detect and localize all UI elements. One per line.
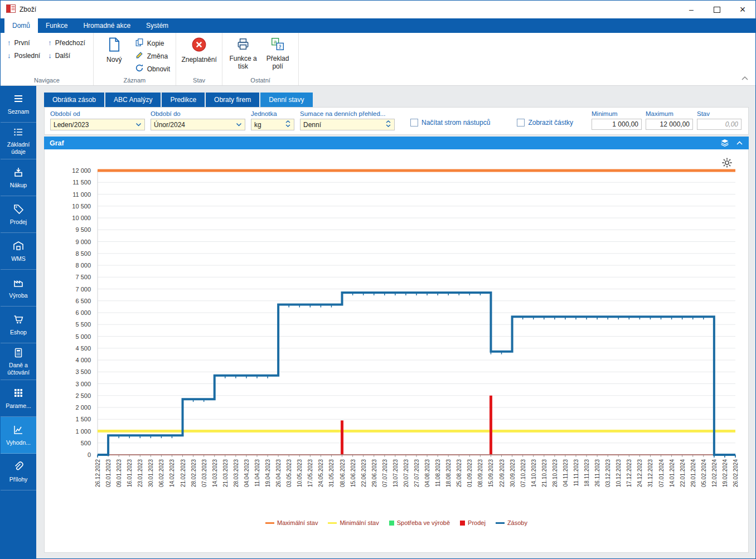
minimize-button[interactable]: – [679,1,704,18]
ribbon-tab-system[interactable]: Systém [138,18,176,33]
svg-text:17.12.2023: 17.12.2023 [626,459,632,487]
sidebar-item-prilohy[interactable]: Přílohy [1,454,36,490]
ribbon-tab-hromadne-akce[interactable]: Hromadné akce [75,18,138,33]
gear-icon[interactable] [721,157,733,171]
legend-item[interactable]: Zásoby [496,519,527,526]
stav-input[interactable] [697,119,742,130]
graf-header: Graf [44,137,749,149]
svg-text:21.03.2023: 21.03.2023 [222,459,229,487]
close-button[interactable]: × [730,1,755,18]
sidebar-item-vyhodnoceni[interactable]: Vyhodn... [1,417,36,454]
svg-text:15.06.2023: 15.06.2023 [350,459,356,487]
tab-denni-stavy[interactable]: Denní stavy [260,93,312,107]
svg-text:07.10.2023: 07.10.2023 [520,459,526,487]
legend-swatch [460,521,465,526]
summation-dropdown[interactable]: Denní [300,119,395,130]
tab-predikce[interactable]: Predikce [162,93,205,107]
legend-swatch [265,522,274,524]
unit-field: Jednotka kg [251,110,294,130]
next-button[interactable]: ↓Další [48,51,85,60]
filter-panel: Období od Leden/2023 Období do Únor/2024… [44,107,749,135]
sidebar-item-nakup[interactable]: Nákup [1,159,36,196]
new-button[interactable]: Nový [97,34,132,64]
load-successors-checkbox[interactable] [410,119,418,127]
app-icon [6,4,16,15]
svg-text:28.10.2023: 28.10.2023 [552,459,558,487]
last-label: Poslední [14,52,41,60]
period-from-dropdown[interactable]: Leden/2023 [50,119,145,130]
sidebar-item-zakladni-udaje[interactable]: Základní údaje [1,123,36,159]
svg-text:15.09.2023: 15.09.2023 [488,459,494,487]
change-button[interactable]: Změna [135,50,170,62]
copy-button[interactable]: Kopie [135,37,170,49]
sidebar-item-dane-a-uctovani[interactable]: Daně a účtování [1,343,36,380]
stav-label: Stav [697,110,742,117]
period-to-dropdown[interactable]: Únor/2024 [151,119,245,130]
close-icon: × [740,4,746,16]
maximize-button[interactable] [704,1,730,18]
legend-item[interactable]: Minimální stav [328,519,379,526]
invalidate-label: Zneplatnění [181,56,216,64]
legend-label: Minimální stav [340,519,379,526]
sidebar-item-seznam[interactable]: Seznam [1,86,36,123]
collapse-ribbon-chevron[interactable] [741,73,749,83]
content-area: Obrátka zásob ABC Analýzy Predikce Obrat… [36,86,755,558]
collapse-graf-chevron-icon[interactable] [736,139,743,147]
load-successors-checkbox-row: Načítat strom nástupců [410,119,490,127]
sidebar-item-vyroba[interactable]: Výroba [1,270,36,307]
svg-text:28.02.2023: 28.02.2023 [191,459,197,487]
functions-print-button[interactable]: Funkce a tisk [226,34,260,70]
invalidate-icon [191,37,207,55]
svg-text:7 000: 7 000 [75,286,91,293]
title-bar: Zboží – × [1,1,755,18]
tab-obratka-zasob[interactable]: Obrátka zásob [44,93,104,107]
new-label: Nový [106,56,122,64]
sidebar-item-parametry[interactable]: Parame... [1,380,36,417]
ribbon-group-stav: Zneplatnění Stav [176,33,222,85]
svg-text:11 000: 11 000 [72,191,91,198]
svg-text:2 000: 2 000 [75,404,91,411]
refresh-button[interactable]: Obnovit [135,63,170,75]
period-to-label: Období do [151,110,245,117]
show-amounts-checkbox-row: Zobrazit částky [517,119,573,127]
svg-text:07.01.2024: 07.01.2024 [658,459,665,487]
svg-text:31.05.2023: 31.05.2023 [328,459,335,487]
legend-item[interactable]: Spotřeba ve výrobě [389,519,450,526]
layers-icon[interactable] [720,138,729,148]
ribbon-group-navigace: ↑První ↓Poslední ↑Předchozí ↓Další Navig… [1,33,94,85]
ribbon: ↑První ↓Poslední ↑Předchozí ↓Další Navig… [1,33,755,86]
svg-text:1 000: 1 000 [75,428,91,435]
sidebar-item-prodej[interactable]: Prodej [1,196,36,233]
previous-button[interactable]: ↑Předchozí [48,38,85,47]
svg-text:29.01.2024: 29.01.2024 [690,459,696,487]
unit-dropdown[interactable]: kg [251,119,294,130]
last-button[interactable]: ↓Poslední [7,51,40,60]
field-translation-button[interactable]: až Překlad polí [260,34,295,70]
ribbon-tab-funkce[interactable]: Funkce [38,18,75,33]
minimum-input[interactable] [592,119,642,130]
factory-icon [13,277,24,289]
sidebar-item-label: Vyhodn... [6,439,31,446]
sidebar-item-eshop[interactable]: Eshop [1,307,36,343]
zaznam-content: Nový Kopie Změna Obnovit [97,34,172,76]
svg-text:7 500: 7 500 [75,274,91,280]
sidebar-item-wms[interactable]: WMS [1,233,36,270]
legend-item[interactable]: Prodej [460,519,486,526]
period-from-label: Období od [50,110,145,117]
invalidate-button[interactable]: Zneplatnění [180,34,219,64]
legend-item[interactable]: Maximální stav [265,519,318,526]
svg-text:07.07.2023: 07.07.2023 [382,459,388,487]
ribbon-tab-domu[interactable]: Domů [4,18,38,33]
first-label: První [14,39,30,47]
first-button[interactable]: ↑První [7,38,40,47]
maximum-input[interactable] [646,119,693,130]
svg-text:22.01.2024: 22.01.2024 [680,459,686,487]
sidebar-item-label: Nákup [10,182,27,188]
tab-abc-analyzy[interactable]: ABC Analýzy [105,93,161,107]
show-amounts-checkbox[interactable] [517,119,525,127]
chart-legend: Maximální stavMinimální stavSpotřeba ve … [265,519,527,526]
new-document-icon [107,37,122,55]
tab-obraty-firem[interactable]: Obraty firem [206,93,259,107]
svg-text:19.02.2024: 19.02.2024 [722,459,728,487]
minimum-label: Minimum [592,110,642,117]
